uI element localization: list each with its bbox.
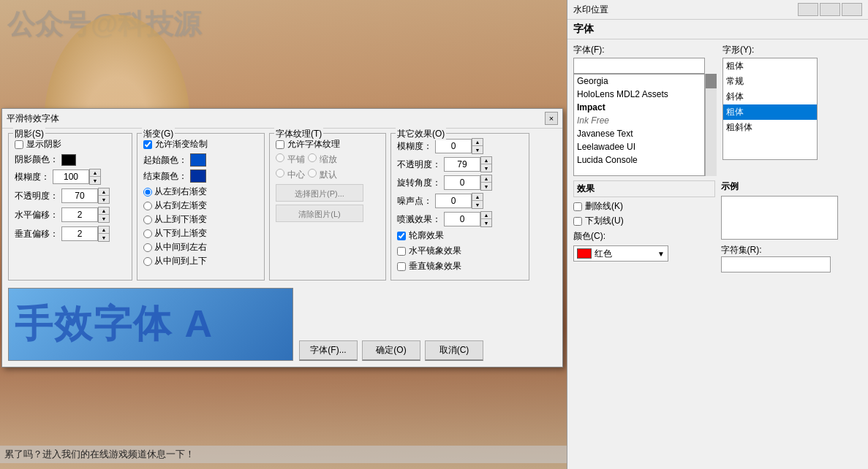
default-radio[interactable] bbox=[308, 169, 317, 178]
font-panel-main: 字体(F): Georgia HoloLens MDL2 Assets Impa… bbox=[567, 39, 868, 180]
effects-opacity-row: 不透明度： 79 ▲ ▼ bbox=[397, 156, 523, 172]
effects-opacity-down[interactable]: ▼ bbox=[481, 164, 491, 172]
clear-image-button[interactable]: 清除图片(L) bbox=[276, 205, 363, 222]
underline-row: 下划线(U) bbox=[573, 215, 715, 227]
gradient-radio-3[interactable] bbox=[143, 216, 152, 224]
effects-blur-up[interactable]: ▲ bbox=[472, 139, 483, 146]
charset-input[interactable] bbox=[721, 256, 831, 272]
font-item-impact[interactable]: Impact bbox=[574, 101, 704, 114]
h-offset-up-arrow[interactable]: ▲ bbox=[99, 207, 109, 215]
shadow-opacity-input[interactable]: 70 bbox=[61, 188, 98, 203]
gradient-label-6: 从中间到上下 bbox=[154, 255, 207, 267]
blur-label: 模糊度： bbox=[15, 171, 50, 183]
top-ctrl-2[interactable] bbox=[820, 3, 840, 16]
font-item-georgia[interactable]: Georgia bbox=[574, 75, 704, 88]
start-color-swatch[interactable] bbox=[190, 153, 206, 167]
shadow-opacity-arrows: ▲ ▼ bbox=[98, 188, 110, 204]
stretch-radio[interactable] bbox=[308, 153, 317, 162]
shadow-opacity-down-arrow[interactable]: ▼ bbox=[99, 196, 109, 203]
h-offset-down-arrow[interactable]: ▼ bbox=[99, 215, 109, 222]
center-label: 中心 bbox=[287, 169, 305, 181]
strikethrough-checkbox[interactable] bbox=[573, 202, 582, 211]
effects-rotate-up[interactable]: ▲ bbox=[481, 175, 491, 183]
font-list-scrollbar[interactable] bbox=[705, 74, 717, 176]
gradient-radio-6[interactable] bbox=[143, 257, 152, 266]
style-item-regular[interactable]: 常规 bbox=[723, 74, 817, 89]
effects-rotate-input[interactable]: 0 bbox=[444, 175, 480, 190]
gradient-radio-1[interactable] bbox=[143, 188, 152, 197]
blur-input[interactable]: 100 bbox=[53, 169, 89, 184]
preview-label: 示例 bbox=[721, 180, 863, 193]
center-radio[interactable] bbox=[276, 169, 284, 178]
gradient-radio-5[interactable] bbox=[143, 243, 152, 252]
effects-noise-down[interactable]: ▼ bbox=[472, 201, 483, 208]
cancel-button[interactable]: 取消(C) bbox=[425, 340, 483, 361]
ok-button[interactable]: 确定(O) bbox=[362, 340, 420, 361]
outline-checkbox[interactable] bbox=[397, 232, 406, 240]
preview-area: 手效字体 A bbox=[8, 288, 293, 361]
effects-rotate-down[interactable]: ▼ bbox=[481, 183, 491, 190]
h-mirror-checkbox[interactable] bbox=[397, 247, 406, 256]
gradient-option-3: 从上到下渐变 bbox=[143, 213, 258, 226]
select-image-button[interactable]: 选择图片(P)... bbox=[276, 184, 363, 202]
stretch-label: 缩放 bbox=[320, 153, 337, 166]
effects-spray-down[interactable]: ▼ bbox=[481, 219, 491, 226]
top-ctrl-1[interactable] bbox=[798, 3, 818, 16]
blur-down-arrow[interactable]: ▼ bbox=[90, 177, 100, 184]
font-item-lucida[interactable]: Lucida Console bbox=[574, 153, 704, 167]
h-offset-input[interactable]: 2 bbox=[61, 207, 98, 222]
effects-blur-input[interactable]: 0 bbox=[435, 139, 472, 153]
style-list[interactable]: 粗体 常规 斜体 粗体 粗斜体 bbox=[722, 58, 818, 160]
underline-checkbox[interactable] bbox=[573, 217, 582, 226]
effects-spray-up[interactable]: ▲ bbox=[481, 212, 491, 219]
effects-blur-label: 模糊度： bbox=[397, 140, 432, 153]
effects-spray-input[interactable]: 0 bbox=[444, 212, 480, 226]
gradient-radio-4[interactable] bbox=[143, 229, 152, 238]
v-mirror-row: 垂直镜象效果 bbox=[397, 260, 523, 272]
smooth-effect-font-dialog: 平滑特效字体 × 阴影(S) 显示阴影 阴影颜色： 模糊度： 100 ▲ ▼ bbox=[1, 108, 563, 367]
font-item-leelawadee[interactable]: Leelawadee UI bbox=[574, 140, 704, 153]
top-ctrl-3[interactable] bbox=[842, 3, 862, 16]
style-item-italic[interactable]: 斜体 bbox=[723, 89, 817, 104]
other-effects-title: 其它效果(O) bbox=[396, 128, 446, 140]
effects-blur-down[interactable]: ▼ bbox=[472, 146, 483, 153]
font-item-inkfree[interactable]: Ink Free bbox=[574, 114, 704, 127]
end-color-swatch[interactable] bbox=[190, 169, 206, 183]
style-item-bold2[interactable]: 粗体 bbox=[723, 104, 817, 120]
show-shadow-checkbox[interactable] bbox=[15, 140, 23, 149]
v-offset-down-arrow[interactable]: ▼ bbox=[99, 234, 109, 241]
effects-opacity-up[interactable]: ▲ bbox=[481, 157, 491, 164]
allow-gradient-checkbox[interactable] bbox=[143, 140, 152, 149]
dialog-close-button[interactable]: × bbox=[545, 112, 558, 125]
gradient-label-4: 从下到上渐变 bbox=[154, 227, 207, 240]
font-item-javanese[interactable]: Javanese Text bbox=[574, 127, 704, 140]
font-name-input[interactable] bbox=[573, 58, 705, 74]
shadow-opacity-up-arrow[interactable]: ▲ bbox=[99, 188, 109, 196]
color-row: 颜色(C): bbox=[573, 230, 715, 243]
v-offset-up-arrow[interactable]: ▲ bbox=[99, 226, 109, 234]
outline-row: 轮廓效果 bbox=[397, 229, 523, 242]
v-offset-input[interactable]: 2 bbox=[61, 226, 98, 241]
dialog-titlebar[interactable]: 平滑特效字体 × bbox=[2, 109, 562, 129]
effects-subsection-title: 效果 bbox=[573, 180, 715, 197]
color-dropdown[interactable]: 红色 ▼ bbox=[573, 245, 668, 262]
dialog-title: 平滑特效字体 bbox=[7, 113, 59, 125]
gradient-radio-2[interactable] bbox=[143, 202, 152, 210]
v-mirror-checkbox[interactable] bbox=[397, 262, 406, 271]
font-name-list[interactable]: Georgia HoloLens MDL2 Assets Impact Ink … bbox=[573, 74, 705, 176]
font-col-label: 字体(F): bbox=[573, 44, 717, 56]
style-item-bold1[interactable]: 粗体 bbox=[723, 58, 817, 74]
font-item-hololens[interactable]: HoloLens MDL2 Assets bbox=[574, 88, 704, 101]
allow-texture-checkbox[interactable] bbox=[276, 140, 284, 149]
effects-spray-row: 喷溅效果： 0 ▲ ▼ bbox=[397, 211, 523, 227]
blur-up-arrow[interactable]: ▲ bbox=[90, 169, 100, 177]
color-swatch bbox=[577, 248, 592, 259]
effects-noise-up[interactable]: ▲ bbox=[472, 194, 483, 201]
shadow-color-swatch[interactable] bbox=[61, 154, 76, 166]
tiling-radio[interactable] bbox=[276, 153, 284, 162]
font-button[interactable]: 字体(F)... bbox=[299, 340, 358, 361]
h-offset-label: 水平偏移： bbox=[15, 209, 59, 221]
effects-noise-input[interactable]: 0 bbox=[435, 194, 472, 208]
effects-opacity-input[interactable]: 79 bbox=[444, 157, 480, 172]
style-item-bolditalic[interactable]: 粗斜体 bbox=[723, 120, 817, 135]
